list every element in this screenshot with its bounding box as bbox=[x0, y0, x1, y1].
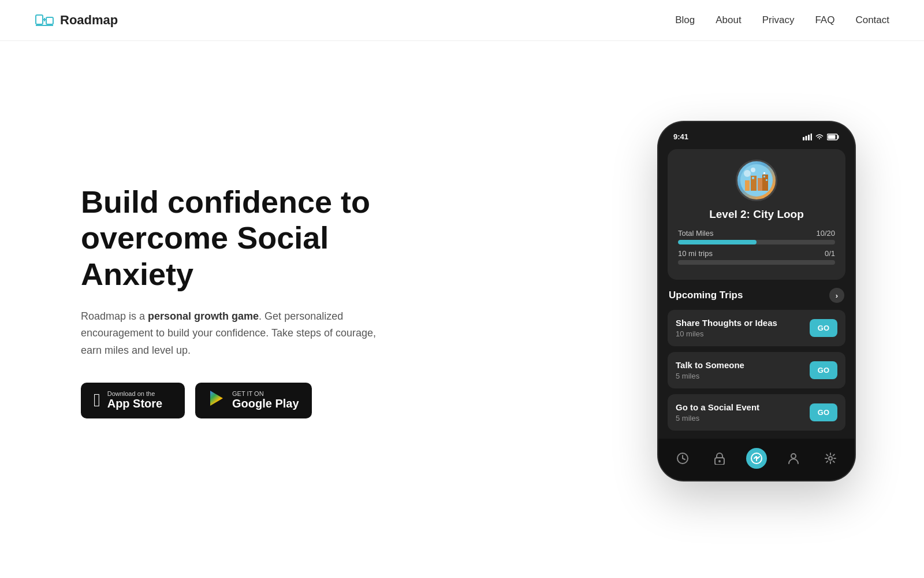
go-button-1[interactable]: GO bbox=[810, 361, 837, 379]
trips-bar-bg bbox=[678, 260, 835, 265]
nav-map-icon[interactable] bbox=[746, 448, 767, 469]
logo-text: Roadmap bbox=[60, 13, 118, 28]
nav-profile-icon[interactable] bbox=[783, 448, 804, 469]
trip-name-1: Talk to Someone bbox=[676, 360, 744, 370]
trip-miles-1: 5 miles bbox=[676, 372, 744, 380]
wifi-icon bbox=[815, 134, 824, 140]
go-button-2[interactable]: GO bbox=[810, 403, 837, 421]
phone-status-bar: 9:41 bbox=[658, 130, 855, 143]
appstore-button[interactable]:  Download on the App Store bbox=[81, 383, 185, 418]
nav-links: Blog About Privacy FAQ Contact bbox=[675, 14, 889, 26]
phone-mockup: 9:41 bbox=[658, 122, 866, 480]
level-card: Level 2: City Loop Total Miles 10/20 bbox=[668, 149, 845, 280]
store-buttons:  Download on the App Store bbox=[81, 383, 393, 418]
hero-section: Build confidence to overcome Social Anxi… bbox=[0, 41, 924, 561]
total-miles-bar-bg bbox=[678, 240, 835, 244]
nav-settings-icon[interactable] bbox=[820, 448, 841, 469]
trip-miles-2: 5 miles bbox=[676, 414, 759, 423]
phone-screen: Level 2: City Loop Total Miles 10/20 bbox=[658, 143, 855, 431]
svg-point-30 bbox=[718, 460, 721, 462]
svg-rect-6 bbox=[803, 137, 804, 140]
googleplay-icon bbox=[208, 390, 225, 412]
total-miles-row: Total Miles 10/20 bbox=[678, 229, 835, 244]
signal-icon bbox=[803, 134, 812, 140]
svg-rect-7 bbox=[806, 136, 807, 140]
nav-blog[interactable]: Blog bbox=[675, 14, 695, 26]
trip-card-1: Talk to Someone 5 miles GO bbox=[668, 352, 845, 388]
upcoming-label: Upcoming Trips bbox=[669, 290, 743, 301]
logo-icon bbox=[35, 10, 54, 30]
googleplay-text: GET IT ON Google Play bbox=[232, 390, 299, 410]
hero-desc-prefix: Roadmap is a bbox=[81, 310, 148, 322]
svg-rect-17 bbox=[746, 177, 748, 179]
total-miles-label: Total Miles 10/20 bbox=[678, 229, 835, 238]
svg-rect-23 bbox=[766, 179, 767, 181]
go-button-0[interactable]: GO bbox=[810, 319, 837, 337]
hero-title: Build confidence to overcome Social Anxi… bbox=[81, 184, 393, 291]
nav-about[interactable]: About bbox=[716, 14, 741, 26]
status-icons bbox=[803, 134, 840, 140]
svg-rect-18 bbox=[752, 173, 754, 176]
city-icon-wrap bbox=[678, 160, 835, 201]
googleplay-main: Google Play bbox=[232, 397, 299, 410]
trip-miles-0: 10 miles bbox=[676, 329, 777, 338]
svg-rect-9 bbox=[811, 134, 813, 140]
navbar: Roadmap Blog About Privacy FAQ Contact bbox=[0, 0, 924, 41]
svg-rect-19 bbox=[752, 177, 754, 179]
appstore-main: App Store bbox=[107, 397, 163, 410]
googleplay-button[interactable]: GET IT ON Google Play bbox=[195, 383, 312, 418]
svg-rect-20 bbox=[759, 176, 761, 177]
trip-name-0: Share Thoughts or Ideas bbox=[676, 318, 777, 328]
nav-contact[interactable]: Contact bbox=[855, 14, 889, 26]
svg-rect-22 bbox=[763, 176, 765, 177]
trips-row: 10 mi trips 0/1 bbox=[678, 249, 835, 265]
svg-point-25 bbox=[744, 170, 751, 177]
nav-privacy[interactable]: Privacy bbox=[762, 14, 795, 26]
svg-rect-15 bbox=[758, 178, 762, 191]
nav-lock-icon[interactable] bbox=[709, 448, 730, 469]
svg-line-28 bbox=[683, 458, 685, 460]
city-icon bbox=[736, 160, 777, 201]
trip-info-0: Share Thoughts or Ideas 10 miles bbox=[676, 318, 777, 338]
hero-content: Build confidence to overcome Social Anxi… bbox=[81, 184, 393, 418]
logo-link[interactable]: Roadmap bbox=[35, 10, 118, 30]
battery-icon bbox=[827, 134, 840, 140]
trips-label: 10 mi trips 0/1 bbox=[678, 249, 835, 258]
upcoming-arrow[interactable]: › bbox=[829, 288, 844, 303]
svg-point-34 bbox=[829, 457, 832, 460]
trip-name-2: Go to a Social Event bbox=[676, 402, 759, 412]
hero-description: Roadmap is a personal growth game. Get p… bbox=[81, 308, 393, 360]
svg-point-33 bbox=[791, 454, 796, 458]
nav-faq[interactable]: FAQ bbox=[815, 14, 834, 26]
phone-time: 9:41 bbox=[673, 132, 688, 141]
appstore-text: Download on the App Store bbox=[107, 390, 163, 410]
svg-rect-1 bbox=[46, 17, 53, 24]
svg-rect-21 bbox=[763, 172, 765, 174]
phone-bottom-nav bbox=[658, 439, 855, 480]
trip-card-0: Share Thoughts or Ideas 10 miles GO bbox=[668, 310, 845, 346]
svg-rect-0 bbox=[36, 15, 43, 24]
svg-marker-5 bbox=[210, 391, 223, 406]
trip-card-2: Go to a Social Event 5 miles GO bbox=[668, 394, 845, 431]
appstore-top: Download on the bbox=[107, 390, 163, 397]
svg-rect-13 bbox=[745, 180, 750, 191]
total-miles-bar-fill bbox=[678, 240, 757, 244]
trip-info-2: Go to a Social Event 5 miles bbox=[676, 402, 759, 423]
hero-desc-bold: personal growth game bbox=[148, 310, 259, 322]
googleplay-top: GET IT ON bbox=[232, 390, 299, 397]
trip-info-1: Talk to Someone 5 miles bbox=[676, 360, 744, 380]
svg-rect-8 bbox=[808, 135, 810, 140]
svg-rect-11 bbox=[828, 135, 836, 139]
nav-clock-icon[interactable] bbox=[672, 448, 693, 469]
phone-frame: 9:41 bbox=[658, 122, 855, 480]
upcoming-header: Upcoming Trips › bbox=[668, 288, 845, 303]
level-title: Level 2: City Loop bbox=[678, 208, 835, 221]
apple-icon:  bbox=[94, 390, 100, 411]
svg-point-24 bbox=[751, 168, 755, 172]
